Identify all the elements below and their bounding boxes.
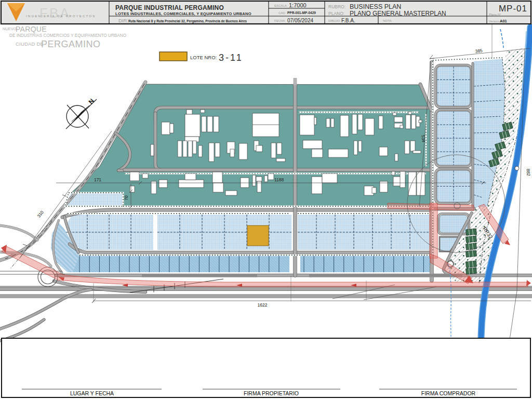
svg-text:70: 70 (124, 195, 129, 201)
svg-text:PLANO GENERAL MASTERPLAN: PLANO GENERAL MASTERPLAN (350, 10, 446, 17)
svg-text:PARQUE: PARQUE (16, 25, 47, 33)
svg-text:MP-01: MP-01 (499, 4, 527, 14)
svg-text:FIRMA COMPRADOR: FIRMA COMPRADOR (421, 390, 476, 396)
svg-text:385: 385 (475, 48, 483, 54)
svg-text:1188: 1188 (274, 177, 284, 182)
svg-text:DE INDUSTRIAS COMERCIOS Y EQUI: DE INDUSTRIAS COMERCIOS Y EQUIPAMIENTO U… (9, 33, 126, 38)
svg-text:FECHA:: FECHA: (274, 19, 286, 22)
svg-text:Version: Version (489, 20, 499, 23)
svg-text:534: 534 (420, 135, 426, 142)
svg-text:PLANO:: PLANO: (328, 11, 344, 16)
svg-text:3-11: 3-11 (219, 52, 243, 63)
svg-text:BUSINESS PLAN: BUSINESS PLAN (350, 3, 401, 10)
svg-text:A01: A01 (500, 19, 507, 23)
svg-text:PPR-001-MP-0429: PPR-001-MP-0429 (287, 11, 316, 15)
svg-text:Plano N°: Plano N° (489, 13, 501, 16)
svg-text:FIRMA PROPIETARIO: FIRMA PROPIETARIO (244, 390, 299, 396)
svg-text:ESCALA:: ESCALA: (274, 4, 288, 7)
svg-text:07/05/2024: 07/05/2024 (287, 18, 313, 23)
svg-text:LOTES INDUSTRIALES, COMERCIALE: LOTES INDUSTRIALES, COMERCIALES, Y EQUIP… (115, 11, 251, 16)
svg-text:RUBRO:: RUBRO: (328, 4, 345, 9)
svg-text:PARQUE INDUSTRIAL PERGAMINO: PARQUE INDUSTRIAL PERGAMINO (115, 4, 224, 11)
svg-text:PERGAMINO: PERGAMINO (41, 39, 101, 49)
svg-text:DIBUJO:: DIBUJO: (328, 19, 341, 22)
svg-text:CIUDAD DE: CIUDAD DE (16, 41, 44, 47)
svg-text:171: 171 (94, 177, 101, 182)
svg-text:1622: 1622 (258, 302, 268, 308)
svg-text:NOTA:: NOTA: (383, 19, 392, 22)
svg-text:F.B.A.: F.B.A. (341, 18, 355, 23)
svg-text:DIR:: DIR: (118, 18, 128, 23)
svg-text:CAD:: CAD: (278, 11, 286, 15)
svg-text:1:7000: 1:7000 (289, 2, 307, 8)
svg-text:LOTE NRO:: LOTE NRO: (190, 55, 217, 60)
svg-text:Ruta Nacional 8 y Ruta Provinc: Ruta Nacional 8 y Ruta Provincial 32, Pe… (128, 19, 247, 23)
svg-text:LUGAR Y FECHA: LUGAR Y FECHA (70, 390, 114, 396)
svg-text:NUEVO: NUEVO (3, 26, 17, 31)
svg-text:882: 882 (525, 168, 531, 176)
svg-text:FBA: FBA (39, 5, 71, 21)
svg-text:INGENIERIA DE PROYECTOS: INGENIERIA DE PROYECTOS (26, 14, 96, 18)
